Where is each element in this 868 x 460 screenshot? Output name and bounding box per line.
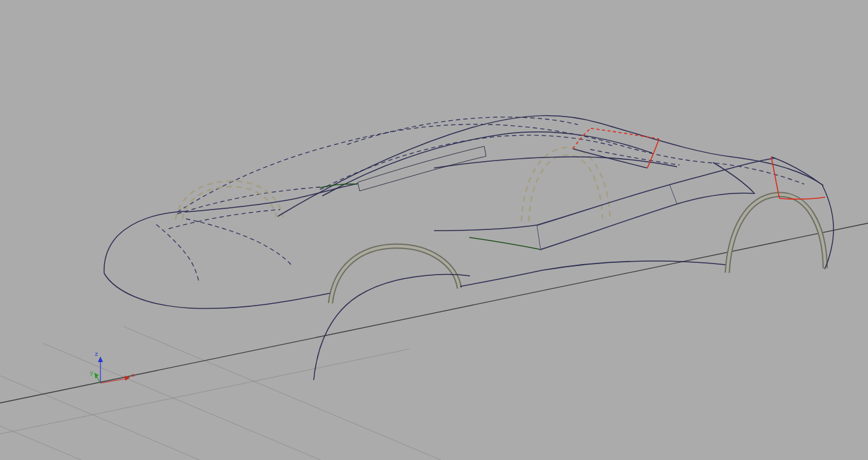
accent-curve[interactable] — [469, 237, 539, 249]
body-curves — [104, 115, 834, 380]
z-axis-arrow — [98, 356, 103, 362]
x-axis-label: x — [131, 372, 135, 378]
body-curve-rocker-front[interactable] — [460, 261, 725, 286]
construction-arch[interactable] — [529, 155, 603, 221]
viewport-3d[interactable]: z y x — [0, 0, 868, 460]
ground-grid — [0, 327, 441, 460]
scene-svg: z y x — [0, 0, 868, 460]
ground-axis-line — [0, 223, 868, 403]
construction-arch[interactable] — [521, 148, 610, 221]
selected-edge[interactable] — [591, 128, 659, 139]
hidden-curve[interactable] — [156, 224, 199, 283]
hidden-curve[interactable] — [186, 219, 293, 267]
grid-line — [124, 327, 441, 460]
grid-line — [0, 376, 200, 460]
surface-patches — [358, 128, 825, 250]
body-curve-roof-edge[interactable] — [322, 132, 652, 196]
surface-roof-panel[interactable] — [573, 128, 659, 168]
body-curve-tail[interactable] — [104, 211, 185, 273]
body-curve-fender-top[interactable] — [771, 157, 822, 185]
axis-gizmo: z y x — [90, 351, 135, 383]
accent-curves — [320, 184, 539, 249]
front-wheel-arch[interactable] — [727, 195, 825, 273]
body-curve-top-silhouette[interactable] — [278, 115, 823, 216]
front-wheel-arch-highlight[interactable] — [727, 195, 825, 273]
construction-arch[interactable] — [182, 187, 277, 219]
hidden-curves — [156, 117, 804, 283]
grid-line — [0, 426, 81, 460]
grid-line — [43, 343, 321, 460]
body-curve-rocker-rear[interactable] — [104, 273, 330, 309]
y-axis-arrow — [94, 373, 99, 379]
wheel-arches-outer — [330, 195, 825, 303]
body-curve-beltline[interactable] — [185, 184, 358, 212]
construction-arches — [175, 148, 610, 221]
hidden-curve[interactable] — [320, 135, 613, 190]
selected-edge[interactable] — [771, 157, 779, 198]
grid-line — [0, 349, 409, 434]
grid-x-axis-line — [0, 223, 868, 403]
y-axis-label: y — [90, 369, 94, 376]
z-axis-label: z — [95, 351, 98, 357]
body-curve-character-lower[interactable] — [539, 193, 755, 250]
